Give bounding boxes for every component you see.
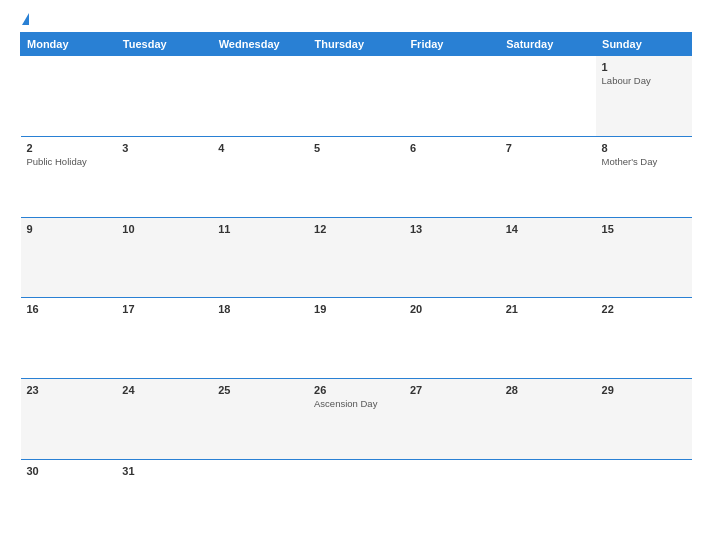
day-number: 6: [410, 142, 494, 154]
holiday-name: Labour Day: [602, 75, 686, 86]
calendar-cell: 26Ascension Day: [308, 379, 404, 460]
weekday-header-saturday: Saturday: [500, 33, 596, 56]
header: [20, 10, 692, 26]
day-number: 7: [506, 142, 590, 154]
logo-top: [20, 10, 29, 26]
calendar-cell: 16: [21, 298, 117, 379]
logo: [20, 10, 29, 26]
day-number: 2: [27, 142, 111, 154]
calendar-cell: 15: [596, 217, 692, 298]
calendar-cell: 23: [21, 379, 117, 460]
calendar-cell: 9: [21, 217, 117, 298]
day-number: 22: [602, 303, 686, 315]
weekday-header-monday: Monday: [21, 33, 117, 56]
calendar-cell: [212, 56, 308, 137]
calendar-cell: 1Labour Day: [596, 56, 692, 137]
weekday-header-friday: Friday: [404, 33, 500, 56]
calendar-cell: 21: [500, 298, 596, 379]
calendar-cell: [596, 459, 692, 540]
logo-triangle-icon: [22, 13, 29, 25]
weekday-header-sunday: Sunday: [596, 33, 692, 56]
calendar-cell: 28: [500, 379, 596, 460]
day-number: 13: [410, 223, 494, 235]
day-number: 12: [314, 223, 398, 235]
calendar-cell: 11: [212, 217, 308, 298]
calendar-cell: 18: [212, 298, 308, 379]
calendar-cell: 30: [21, 459, 117, 540]
calendar-cell: 8Mother's Day: [596, 136, 692, 217]
calendar-row: 16171819202122: [21, 298, 692, 379]
calendar-cell: 13: [404, 217, 500, 298]
calendar-row: 9101112131415: [21, 217, 692, 298]
holiday-name: Ascension Day: [314, 398, 398, 409]
day-number: 27: [410, 384, 494, 396]
weekday-header-thursday: Thursday: [308, 33, 404, 56]
calendar-cell: 20: [404, 298, 500, 379]
calendar-cell: 6: [404, 136, 500, 217]
calendar-cell: 12: [308, 217, 404, 298]
calendar-cell: 29: [596, 379, 692, 460]
day-number: 19: [314, 303, 398, 315]
calendar-cell: 10: [116, 217, 212, 298]
day-number: 29: [602, 384, 686, 396]
calendar-cell: 14: [500, 217, 596, 298]
weekday-row: MondayTuesdayWednesdayThursdayFridaySatu…: [21, 33, 692, 56]
calendar-cell: [21, 56, 117, 137]
day-number: 16: [27, 303, 111, 315]
calendar-body: 1Labour Day2Public Holiday345678Mother's…: [21, 56, 692, 541]
calendar-cell: 4: [212, 136, 308, 217]
day-number: 1: [602, 61, 686, 73]
day-number: 20: [410, 303, 494, 315]
day-number: 9: [27, 223, 111, 235]
calendar-cell: 2Public Holiday: [21, 136, 117, 217]
calendar-cell: 31: [116, 459, 212, 540]
calendar-cell: 5: [308, 136, 404, 217]
calendar-cell: [212, 459, 308, 540]
day-number: 24: [122, 384, 206, 396]
calendar-cell: [404, 459, 500, 540]
calendar-table: MondayTuesdayWednesdayThursdayFridaySatu…: [20, 32, 692, 540]
calendar-row: 23242526Ascension Day272829: [21, 379, 692, 460]
calendar-cell: 25: [212, 379, 308, 460]
day-number: 8: [602, 142, 686, 154]
day-number: 11: [218, 223, 302, 235]
holiday-name: Mother's Day: [602, 156, 686, 167]
day-number: 28: [506, 384, 590, 396]
day-number: 31: [122, 465, 206, 477]
calendar-cell: 17: [116, 298, 212, 379]
calendar-row: 2Public Holiday345678Mother's Day: [21, 136, 692, 217]
calendar-cell: 27: [404, 379, 500, 460]
weekday-header-tuesday: Tuesday: [116, 33, 212, 56]
day-number: 15: [602, 223, 686, 235]
page-wrapper: MondayTuesdayWednesdayThursdayFridaySatu…: [0, 0, 712, 550]
calendar-cell: 19: [308, 298, 404, 379]
day-number: 10: [122, 223, 206, 235]
weekday-header-wednesday: Wednesday: [212, 33, 308, 56]
day-number: 3: [122, 142, 206, 154]
calendar-row: 1Labour Day: [21, 56, 692, 137]
calendar-cell: [500, 459, 596, 540]
calendar-cell: [308, 459, 404, 540]
calendar-cell: 7: [500, 136, 596, 217]
calendar-cell: 22: [596, 298, 692, 379]
day-number: 25: [218, 384, 302, 396]
calendar-cell: [500, 56, 596, 137]
calendar-cell: [404, 56, 500, 137]
calendar-header: MondayTuesdayWednesdayThursdayFridaySatu…: [21, 33, 692, 56]
day-number: 18: [218, 303, 302, 315]
day-number: 23: [27, 384, 111, 396]
holiday-name: Public Holiday: [27, 156, 111, 167]
calendar-cell: [116, 56, 212, 137]
day-number: 14: [506, 223, 590, 235]
calendar-cell: [308, 56, 404, 137]
day-number: 21: [506, 303, 590, 315]
day-number: 5: [314, 142, 398, 154]
day-number: 17: [122, 303, 206, 315]
calendar-cell: 3: [116, 136, 212, 217]
calendar-cell: 24: [116, 379, 212, 460]
day-number: 4: [218, 142, 302, 154]
calendar-row: 3031: [21, 459, 692, 540]
day-number: 30: [27, 465, 111, 477]
day-number: 26: [314, 384, 398, 396]
